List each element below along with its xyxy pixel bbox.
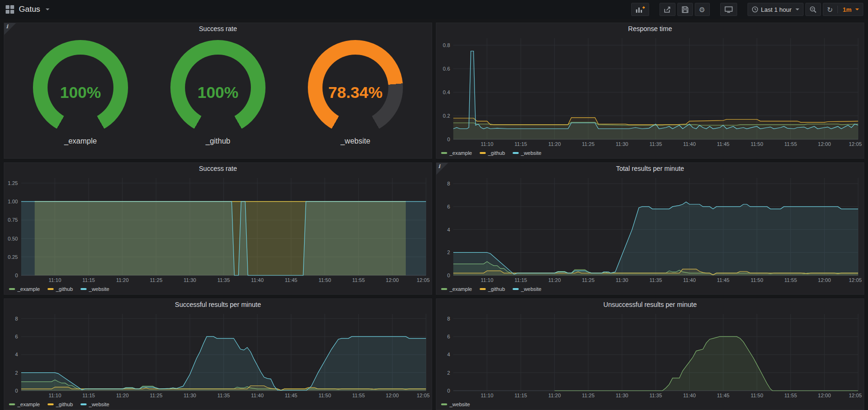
- svg-text:12:05: 12:05: [849, 277, 862, 283]
- svg-text:11:20: 11:20: [548, 277, 561, 283]
- svg-text:11:45: 11:45: [285, 393, 297, 398]
- svg-text:11:25: 11:25: [150, 277, 162, 283]
- svg-text:8: 8: [447, 181, 450, 186]
- dashboards-grid-icon[interactable]: [6, 5, 14, 14]
- svg-text:11:10: 11:10: [481, 393, 493, 398]
- svg-text:6: 6: [15, 334, 18, 339]
- svg-text:12:00: 12:00: [818, 393, 831, 398]
- legend-item-_github[interactable]: _github: [48, 402, 73, 407]
- settings-button[interactable]: ⚙: [695, 3, 710, 16]
- svg-text:0.2: 0.2: [443, 113, 450, 119]
- svg-text:1.00: 1.00: [8, 199, 18, 204]
- legend-item-_github[interactable]: _github: [480, 150, 505, 156]
- legend-item-_example[interactable]: _example: [9, 402, 40, 407]
- info-icon[interactable]: i: [4, 23, 16, 35]
- legend-label: _example: [450, 286, 472, 292]
- svg-text:11:55: 11:55: [352, 277, 365, 283]
- dashboard-grid: i Success rate 100%_example100%_github78…: [0, 19, 868, 410]
- svg-text:11:55: 11:55: [352, 393, 365, 398]
- legend-item-_example[interactable]: _example: [9, 286, 40, 292]
- svg-text:12:00: 12:00: [818, 277, 831, 283]
- add-panel-button[interactable]: [631, 3, 649, 16]
- success-rate-chart[interactable]: 00.250.500.751.001.2511:1011:1511:2011:2…: [4, 174, 432, 285]
- legend-label: _website: [450, 402, 470, 407]
- panel-title[interactable]: Response time: [436, 23, 864, 34]
- legend-label: _example: [450, 150, 472, 156]
- share-icon: [664, 6, 671, 13]
- svg-text:4: 4: [447, 352, 450, 357]
- legend-item-_website[interactable]: _website: [513, 286, 541, 292]
- gauge-_example: 100%_example: [19, 40, 142, 145]
- chart-svg: 00.250.500.751.001.2511:1011:1511:2011:2…: [4, 174, 432, 285]
- svg-text:11:55: 11:55: [784, 393, 797, 398]
- panel-title[interactable]: Successful results per minute: [4, 299, 432, 310]
- zoom-out-icon: [810, 6, 817, 13]
- legend-item-_example[interactable]: _example: [441, 150, 472, 156]
- panel-title[interactable]: Success rate: [4, 23, 432, 34]
- panel-title[interactable]: Total results per minute: [436, 163, 864, 174]
- panel-successful-results: Successful results per minute 0246811:10…: [4, 298, 432, 410]
- panel-title[interactable]: Success rate: [4, 163, 432, 174]
- svg-text:12:00: 12:00: [818, 141, 831, 147]
- chevron-down-icon[interactable]: [46, 8, 49, 10]
- svg-text:12:05: 12:05: [849, 393, 862, 398]
- svg-text:0.25: 0.25: [8, 254, 18, 260]
- cycle-view-button[interactable]: [720, 3, 737, 16]
- legend-swatch: [9, 403, 15, 405]
- bar-chart-icon: [635, 6, 645, 13]
- panel-title[interactable]: Unsuccessful results per minute: [436, 299, 864, 310]
- chevron-down-icon: [796, 8, 799, 10]
- legend-item-_example[interactable]: _example: [441, 286, 472, 292]
- legend-item-_website[interactable]: _website: [80, 286, 109, 292]
- legend-swatch: [441, 288, 447, 290]
- legend-swatch: [480, 152, 486, 154]
- svg-text:11:30: 11:30: [616, 277, 628, 283]
- svg-text:11:15: 11:15: [514, 277, 527, 283]
- svg-text:11:40: 11:40: [251, 277, 264, 283]
- legend-swatch: [48, 403, 54, 405]
- legend-label: _website: [521, 286, 541, 292]
- save-button[interactable]: [677, 3, 693, 16]
- svg-text:2: 2: [15, 370, 18, 376]
- dashboard-title[interactable]: Gatus: [19, 5, 40, 14]
- legend-label: _website: [89, 286, 109, 292]
- svg-text:11:50: 11:50: [751, 141, 764, 147]
- chart-svg: 0246811:1011:1511:2011:2511:3011:3511:40…: [436, 174, 864, 285]
- svg-text:11:20: 11:20: [548, 141, 561, 147]
- share-button[interactable]: [659, 3, 675, 16]
- svg-text:0.75: 0.75: [8, 217, 18, 223]
- svg-text:11:15: 11:15: [82, 393, 95, 398]
- successful-results-chart[interactable]: 0246811:1011:1511:2011:2511:3011:3511:40…: [4, 310, 432, 400]
- legend-item-_website[interactable]: _website: [80, 402, 109, 407]
- refresh-icon: ↻: [827, 6, 833, 13]
- gauge-label: _github: [157, 137, 279, 145]
- chart-legend: _example_github_website: [436, 149, 864, 158]
- total-results-chart[interactable]: 0246811:1011:1511:2011:2511:3011:3511:40…: [436, 174, 864, 285]
- svg-text:12:00: 12:00: [386, 393, 399, 398]
- gauge-value: 100%: [170, 83, 265, 102]
- legend-item-_github[interactable]: _github: [480, 286, 505, 292]
- legend-label: _github: [488, 150, 505, 156]
- info-icon[interactable]: i: [436, 163, 448, 175]
- chevron-down-icon: [855, 8, 859, 10]
- zoom-out-button[interactable]: [805, 3, 821, 16]
- legend-label: _website: [89, 402, 109, 407]
- legend-item-_github[interactable]: _github: [48, 286, 73, 292]
- save-icon: [682, 6, 689, 13]
- response-time-chart[interactable]: 00.20.40.60.811:1011:1511:2011:2511:3011…: [436, 34, 864, 149]
- refresh-picker[interactable]: ↻ 1m: [823, 3, 863, 16]
- legend-swatch: [80, 288, 87, 290]
- unsuccessful-results-chart[interactable]: 0246811:1011:1511:2011:2511:3011:3511:40…: [436, 310, 864, 400]
- legend-swatch: [513, 288, 519, 290]
- legend-item-_website[interactable]: _website: [441, 402, 470, 407]
- svg-text:11:10: 11:10: [48, 393, 61, 398]
- time-range-picker[interactable]: Last 1 hour: [747, 3, 804, 16]
- legend-item-_website[interactable]: _website: [513, 150, 541, 156]
- chart-legend: _example_github_website: [4, 400, 432, 410]
- refresh-interval-label: 1m: [843, 6, 852, 13]
- svg-text:11:10: 11:10: [48, 277, 61, 283]
- svg-text:11:20: 11:20: [116, 277, 129, 283]
- clock-icon: [752, 6, 758, 13]
- svg-text:11:40: 11:40: [251, 393, 264, 398]
- legend-label: _github: [56, 286, 73, 292]
